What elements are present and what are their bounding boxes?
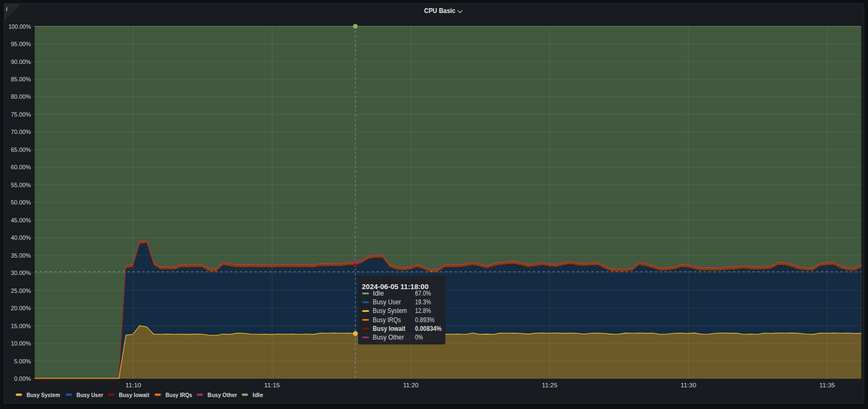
svg-text:85.00%: 85.00%	[11, 76, 31, 82]
svg-text:Busy Other: Busy Other	[208, 392, 238, 398]
svg-text:Busy System: Busy System	[27, 392, 60, 398]
svg-text:45.00%: 45.00%	[11, 217, 31, 223]
svg-text:67.0%: 67.0%	[415, 290, 431, 297]
svg-text:Busy Iowait: Busy Iowait	[119, 392, 150, 398]
svg-text:20.00%: 20.00%	[11, 305, 31, 311]
svg-text:0%: 0%	[415, 334, 423, 341]
svg-text:40.00%: 40.00%	[11, 234, 31, 241]
svg-text:11:30: 11:30	[681, 382, 697, 388]
svg-text:CPU Basic: CPU Basic	[424, 7, 456, 15]
svg-text:Busy User: Busy User	[373, 298, 401, 306]
svg-text:i: i	[6, 6, 8, 12]
svg-text:0.00%: 0.00%	[14, 375, 31, 382]
svg-text:90.00%: 90.00%	[11, 59, 31, 65]
svg-text:11:20: 11:20	[403, 382, 419, 388]
svg-text:Busy Other: Busy Other	[373, 334, 404, 341]
svg-text:19.3%: 19.3%	[415, 298, 431, 306]
svg-text:0.00834%: 0.00834%	[415, 325, 442, 333]
svg-text:11:15: 11:15	[264, 382, 280, 388]
svg-text:15.00%: 15.00%	[11, 323, 31, 329]
svg-text:Busy User: Busy User	[76, 392, 104, 398]
svg-text:0.893%: 0.893%	[415, 316, 435, 324]
svg-text:Idle: Idle	[253, 392, 264, 398]
svg-text:5.00%: 5.00%	[14, 358, 31, 365]
svg-text:12.8%: 12.8%	[415, 307, 431, 315]
svg-text:Busy System: Busy System	[373, 307, 407, 315]
svg-text:65.00%: 65.00%	[11, 146, 31, 153]
svg-text:30.00%: 30.00%	[11, 270, 31, 276]
svg-text:11:10: 11:10	[125, 382, 141, 388]
svg-text:25.00%: 25.00%	[11, 287, 31, 294]
svg-text:100.00%: 100.00%	[9, 23, 31, 30]
svg-text:Busy IRQs: Busy IRQs	[165, 392, 192, 398]
svg-text:75.00%: 75.00%	[11, 111, 31, 118]
svg-text:11:35: 11:35	[819, 382, 835, 388]
svg-text:Idle: Idle	[373, 290, 384, 297]
svg-text:80.00%: 80.00%	[11, 93, 31, 100]
svg-text:Busy Iowait: Busy Iowait	[373, 325, 405, 333]
svg-text:70.00%: 70.00%	[11, 129, 31, 135]
svg-text:55.00%: 55.00%	[11, 182, 31, 188]
svg-text:11:25: 11:25	[542, 382, 558, 388]
svg-text:35.00%: 35.00%	[11, 252, 31, 259]
svg-text:50.00%: 50.00%	[11, 199, 31, 206]
svg-text:60.00%: 60.00%	[11, 164, 31, 170]
svg-text:10.00%: 10.00%	[11, 340, 31, 347]
svg-text:95.00%: 95.00%	[11, 41, 31, 47]
svg-text:Busy IRQs: Busy IRQs	[373, 316, 401, 324]
